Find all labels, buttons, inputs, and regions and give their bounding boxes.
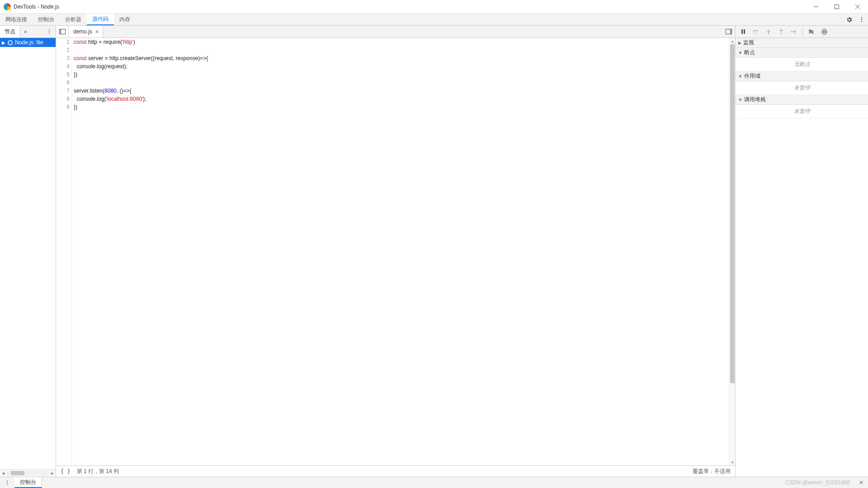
tab-profiler[interactable]: 分析器 [60,14,87,25]
callstack-empty-label: 未暂停 [736,105,868,118]
editor-vscrollbar[interactable]: ▴ ▾ [729,38,735,465]
editor-status-bar: { } 第 1 行，第 14 列 覆盖率：不适用 [56,465,735,477]
debugger-toolbar [736,26,868,38]
callstack-section-label: 调用堆栈 [744,96,766,103]
coverage-label: 覆盖率：不适用 [693,468,731,475]
svg-point-1 [861,17,862,18]
main-menu-button[interactable] [855,14,868,25]
window-title: DevTools - Node.js [14,4,59,10]
svg-point-3 [861,21,862,22]
step-button[interactable] [788,27,800,37]
pretty-print-button[interactable]: { } [61,468,71,474]
drawer: 控制台 CSDN @weixin_52091968 ✕ [0,477,868,488]
code-editor[interactable]: 123456789 const http = require('http')co… [56,38,735,465]
vscroll-up-icon[interactable]: ▴ [729,38,735,44]
navigator-menu-button[interactable] [43,29,56,34]
toggle-debugger-button[interactable] [722,26,735,38]
svg-rect-12 [744,29,745,34]
tab-console[interactable]: 控制台 [33,14,60,25]
settings-button[interactable] [843,14,855,25]
svg-rect-8 [59,29,61,34]
line-number-gutter: 123456789 [56,38,72,465]
drawer-close-button[interactable]: ✕ [854,479,868,486]
svg-point-16 [791,31,793,33]
svg-point-6 [49,33,50,34]
svg-point-17 [822,29,827,34]
pause-button[interactable] [737,27,749,37]
vscroll-down-icon[interactable]: ▾ [729,459,735,465]
file-tab-demo-js[interactable]: demo.js ✕ [69,26,103,38]
svg-point-20 [7,480,8,481]
vscroll-thumb[interactable] [730,44,735,383]
watch-section-header[interactable]: ▶ 监视 [736,38,868,48]
tab-network[interactable]: 网络连接 [0,14,33,25]
step-into-button[interactable] [763,27,774,37]
cursor-position-label: 第 1 行，第 14 列 [77,468,119,475]
svg-point-21 [7,482,8,483]
navigator-tree-item-label: Node.js: file [15,39,43,46]
scope-section-label: 作用域 [744,72,760,80]
file-tab-close-button[interactable]: ✕ [95,29,99,35]
svg-rect-10 [730,29,732,34]
main-tab-strip: 网络连接 控制台 分析器 源代码 内存 [0,14,868,26]
scope-empty-label: 未暂停 [736,81,868,95]
scope-section-header[interactable]: ▼ 作用域 [736,71,868,81]
breakpoints-empty-label: 无断点 [736,58,868,71]
navigator-tree-item-nodejs[interactable]: ▶ Node.js: file [0,38,56,47]
step-over-button[interactable] [750,27,762,37]
drawer-menu-button[interactable] [0,480,14,485]
code-body[interactable]: const http = require('http')const server… [72,38,729,465]
hscroll-right-icon[interactable]: ▸ [49,470,56,476]
devtools-favicon [4,3,11,10]
navigator-tab-node[interactable]: 节点 [0,26,20,38]
expand-icon: ▼ [738,51,742,55]
navigator-header: 节点 » [0,26,56,38]
callstack-section-header[interactable]: ▼ 调用堆栈 [736,95,868,105]
navigator-panel: 节点 » ▶ Node.js: file ◂ ▸ [0,26,56,477]
window-titlebar: DevTools - Node.js [0,0,868,14]
navigator-more-tabs[interactable]: » [20,28,31,35]
drawer-tab-console[interactable]: 控制台 [14,477,42,488]
breakpoints-section-header[interactable]: ▼ 断点 [736,48,868,58]
expand-icon: ▼ [738,74,742,79]
svg-point-2 [861,19,862,20]
tree-expand-icon: ▶ [2,40,5,45]
collapse-icon: ▶ [738,41,741,45]
watermark-label: CSDN @weixin_52091968 [785,479,854,486]
breakpoints-section-label: 断点 [744,49,755,56]
navigator-tree[interactable]: ▶ Node.js: file [0,38,56,469]
svg-point-5 [49,31,50,32]
watch-section-label: 监视 [743,39,754,47]
tab-memory[interactable]: 内存 [114,14,136,25]
svg-point-14 [768,33,769,34]
hscroll-thumb[interactable] [11,471,24,475]
svg-point-15 [781,33,782,34]
pause-on-exceptions-button[interactable] [818,27,830,37]
window-close-button[interactable] [847,0,868,14]
svg-rect-19 [825,31,826,33]
svg-rect-0 [835,5,839,9]
window-minimize-button[interactable] [806,0,826,14]
svg-point-22 [7,484,8,485]
svg-rect-11 [741,29,743,34]
tab-sources[interactable]: 源代码 [87,14,114,25]
file-tab-label: demo.js [73,28,92,35]
debugger-panel: ▶ 监视 ▼ 断点 无断点 ▼ 作用域 未暂停 ▼ 调用堆栈 未暂停 [735,26,868,477]
hscroll-left-icon[interactable]: ◂ [0,470,6,476]
window-maximize-button[interactable] [826,0,847,14]
svg-point-4 [49,29,50,30]
step-out-button[interactable] [775,27,787,37]
svg-rect-18 [823,31,824,33]
navigator-hscrollbar[interactable]: ◂ ▸ [0,469,56,477]
deactivate-breakpoints-button[interactable] [806,27,817,37]
toggle-navigator-button[interactable] [56,26,69,38]
nodejs-icon [7,40,13,46]
svg-point-13 [755,33,757,34]
expand-icon: ▼ [738,98,742,102]
editor-tab-strip: demo.js ✕ [56,26,735,38]
